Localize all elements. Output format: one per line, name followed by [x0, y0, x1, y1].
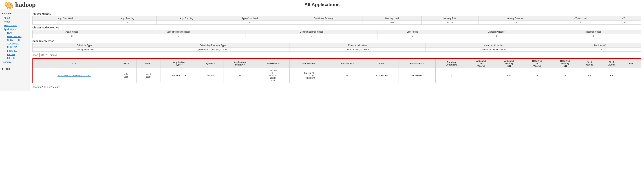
- applications-submenu: NEW NEW_SAVING SUBMITTED ACCEPTED RUNNIN…: [0, 31, 30, 60]
- cell-pct-cluster: 8.3: [600, 68, 623, 83]
- th-finishtime[interactable]: FinishTime ⇕: [329, 59, 366, 68]
- col-decommissioned-nodes: Decommissioned Nodes: [246, 30, 378, 34]
- show-entries-control: Show 10 20 25 50 100 entries: [32, 53, 641, 57]
- show-label: Show: [32, 54, 38, 56]
- svg-rect-7: [9, 7, 10, 9]
- col-rebooted-nodes: Rebooted Nodes: [545, 30, 641, 34]
- col-active-nodes: Active Nodes: [33, 30, 111, 34]
- cell-progress: [623, 68, 641, 83]
- th-finalstatus[interactable]: FinalStatus ⇕: [398, 59, 436, 68]
- sort-finishtime-icon: ⇕: [353, 63, 354, 65]
- sidebar-item-applications[interactable]: Applications: [0, 27, 30, 31]
- tools-section-header[interactable]: ▶ Tools: [0, 66, 30, 71]
- val-memory-used: 2 GB: [362, 20, 421, 25]
- tools-arrow-icon: ▶: [2, 67, 4, 70]
- col-apps-pending: Apps Pending: [98, 16, 156, 20]
- sidebar-item-accepted[interactable]: ACCEPTED: [2, 42, 30, 45]
- col-memory-reserved: Memory Reserved: [478, 16, 552, 20]
- sidebar-item-nodes[interactable]: Nodes: [0, 20, 30, 23]
- table-footer: Showing 1 to 1 of 1 entries: [32, 85, 641, 89]
- sort-queue-icon: ⇕: [214, 63, 215, 65]
- col-min-allocation: Minimum Allocation: [290, 43, 425, 47]
- sidebar-item-running[interactable]: RUNNING: [2, 45, 30, 49]
- col-decommissioning-nodes: Decommissioning Nodes: [111, 30, 246, 34]
- col-scheduler-type: Scheduler Type: [33, 43, 136, 47]
- sort-starttime-icon: ⇕: [278, 63, 279, 65]
- th-launchtime[interactable]: LaunchTime ⇕: [290, 59, 329, 68]
- cell-priority: 0: [224, 68, 256, 83]
- th-progress: Pro...: [623, 59, 641, 68]
- val-memory-total: 24 GB: [422, 20, 478, 25]
- col-max-cluster: Maximum Cl...: [561, 43, 641, 47]
- val-containers-running: 1: [284, 20, 363, 25]
- sort-priority-icon: ⇕: [244, 64, 245, 66]
- svg-point-3: [5, 3, 7, 5]
- val-apps-pending: 0: [98, 20, 156, 25]
- cluster-metrics-table: Apps Submitted Apps Pending Apps Running…: [32, 16, 641, 25]
- applications-table: ID ⇕ User ⇕ Name ⇕ ApplicationType ⇕ Que…: [33, 59, 641, 83]
- cell-pct-queue: 8.3: [579, 68, 600, 83]
- sort-launchtime-icon: ⇕: [315, 63, 317, 65]
- cell-id: application_1718439565673_0001: [33, 68, 116, 83]
- cluster-nodes-table: Active Nodes Decommissioning Nodes Decom…: [32, 30, 641, 38]
- th-id[interactable]: ID ⇕: [33, 59, 116, 68]
- val-scheduler-type: Capacity Scheduler: [33, 47, 136, 52]
- val-scheduling-resource: [memory-mb (unit=Mi), vcores]: [136, 47, 290, 52]
- table-row: application_1718439565673_0001 ec2-user …: [33, 68, 641, 83]
- svg-point-5: [10, 4, 11, 4]
- cell-finishtime: N/A: [329, 68, 366, 83]
- cell-queue: default: [198, 68, 224, 83]
- application-id-link[interactable]: application_1718439565673_0001: [58, 74, 91, 77]
- cell-starttime: Sat Jun1517:14:19+08002024: [256, 68, 290, 83]
- sidebar-item-submitted[interactable]: SUBMITTED: [2, 38, 30, 42]
- th-state[interactable]: State ⇕: [366, 59, 398, 68]
- hadoop-logo-icon: [4, 0, 14, 9]
- val-apps-completed: 0: [216, 20, 284, 25]
- cell-reserved-memory: 0: [551, 68, 579, 83]
- th-priority[interactable]: ApplicationPriority ⇕: [224, 59, 256, 68]
- scheduler-metrics-title: Scheduler Metrics: [32, 40, 641, 42]
- val-vcores-used: 1: [552, 20, 609, 25]
- svg-rect-8: [10, 7, 11, 9]
- sidebar-item-node-labels[interactable]: Node Labels: [0, 23, 30, 27]
- cluster-label: Cluster: [4, 12, 12, 15]
- sidebar-item-new-saving[interactable]: NEW_SAVING: [2, 35, 30, 38]
- th-queue[interactable]: Queue ⇕: [198, 59, 224, 68]
- cell-name: wordcount: [137, 68, 160, 83]
- sidebar-divider: [0, 65, 30, 65]
- th-user[interactable]: User ⇕: [115, 59, 136, 68]
- col-scheduling-resource: Scheduling Resource Type: [136, 43, 290, 47]
- cell-launchtime: Sat Jun 1517:14:20+0800 2024: [290, 68, 329, 83]
- th-pct-cluster: % ofCluster: [600, 59, 623, 68]
- page-header: hadoop All Applications: [0, 0, 644, 9]
- scheduler-metrics-table: Scheduler Type Scheduling Resource Type …: [32, 43, 641, 52]
- sort-user-icon: ⇕: [128, 63, 129, 65]
- svg-rect-6: [7, 7, 8, 9]
- logo-area: hadoop: [4, 0, 36, 9]
- sidebar-item-killed[interactable]: KILLED: [2, 56, 30, 60]
- entries-select[interactable]: 10 20 25 50 100: [40, 53, 49, 57]
- cell-allocated-cpu: 1: [467, 68, 495, 83]
- val-active-nodes: 3: [33, 34, 111, 38]
- col-memory-used: Memory Used: [362, 16, 421, 20]
- val-apps-submitted: 1: [33, 20, 98, 25]
- th-app-type[interactable]: ApplicationType ⇕: [160, 59, 198, 68]
- cluster-metrics-title: Cluster Metrics: [32, 12, 641, 15]
- sidebar-item-failed[interactable]: FAILED: [2, 53, 30, 56]
- cell-app-type: MAPREDUCE: [160, 68, 198, 83]
- sidebar-item-finished[interactable]: FINISHED: [2, 49, 30, 53]
- sidebar-item-scheduler[interactable]: Scheduler: [0, 60, 30, 64]
- th-reserved-cpu: ReservedCPUVCores: [523, 59, 551, 68]
- val-vcores-total: 24: [609, 20, 641, 25]
- sidebar-item-about[interactable]: About: [0, 16, 30, 20]
- col-containers-running: Containers Running: [284, 16, 363, 20]
- th-name[interactable]: Name ⇕: [137, 59, 160, 68]
- th-starttime[interactable]: StartTime ⇕: [256, 59, 290, 68]
- main-layout: ▼ Cluster About Nodes Node Labels Applic…: [0, 9, 644, 91]
- content-area: Cluster Metrics Apps Submitted Apps Pend…: [30, 9, 644, 91]
- sort-apptype-icon: ⇕: [181, 64, 183, 66]
- cluster-section-header[interactable]: ▼ Cluster: [0, 11, 30, 16]
- val-rebooted-nodes: 0: [545, 34, 641, 38]
- val-memory-reserved: 0 B: [478, 20, 552, 25]
- sidebar-item-new[interactable]: NEW: [2, 31, 30, 35]
